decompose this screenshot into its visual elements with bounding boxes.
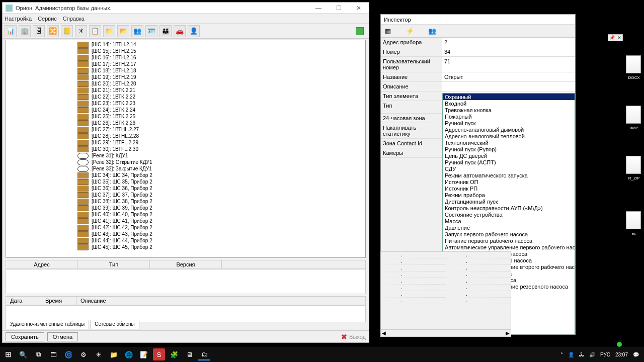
tray-clock[interactable]: 23:07 bbox=[615, 352, 628, 357]
tree-item[interactable]: [ШС 44]: ШС 44, Прибор 2 bbox=[7, 237, 364, 244]
dropdown-option[interactable]: Источник ОП bbox=[443, 178, 575, 185]
tree-item[interactable]: [ШС 16]: 1ВТН.2.16 bbox=[7, 54, 364, 61]
toolbar-btn-13[interactable]: 🚗 bbox=[174, 25, 186, 37]
exit-button[interactable]: ✖ Выход bbox=[341, 333, 366, 341]
dropdown-option[interactable]: Давление bbox=[443, 224, 575, 231]
property-value[interactable] bbox=[442, 82, 575, 92]
toolbar-btn-12[interactable]: 👪 bbox=[159, 25, 172, 37]
dropdown-option[interactable]: Запуск первого рабочего насоса bbox=[443, 231, 575, 237]
log-body[interactable] bbox=[6, 305, 366, 322]
toolbar-btn-4[interactable]: 🔀 bbox=[47, 25, 59, 37]
dropdown-option[interactable]: Дистанционный пуск bbox=[443, 198, 575, 205]
tray-volume-icon[interactable]: 🔊 bbox=[589, 352, 595, 357]
tree-item[interactable]: [ШС 42]: ШС 42, Прибор 2 bbox=[7, 224, 364, 231]
toolbar-btn-14[interactable]: 👤 bbox=[188, 25, 200, 37]
dropdown-option[interactable]: Источник РП bbox=[443, 185, 575, 192]
toolbar-btn-3[interactable]: 🗄 bbox=[33, 25, 45, 37]
toolbar-btn-1[interactable]: 📊 bbox=[5, 25, 17, 37]
tree-item[interactable]: [ШС 25]: 1ВТК.2.25 bbox=[7, 113, 364, 120]
tree-item[interactable]: [ШС 29]: 1ВТFL.2.29 bbox=[7, 139, 364, 146]
dropdown-option[interactable]: Масса bbox=[443, 218, 575, 224]
tree-item[interactable]: [ШС 22]: 1ВТК.2.22 bbox=[7, 94, 364, 100]
dropdown-option[interactable]: Входной bbox=[443, 100, 575, 107]
pin-icon[interactable]: 📌 bbox=[609, 35, 615, 40]
tree-item[interactable]: [ШС 36]: ШС 36, Прибор 2 bbox=[7, 185, 364, 192]
tree-item[interactable]: [ШС 34]: ШС 34, Прибор 2 bbox=[7, 172, 364, 178]
tree-item[interactable]: [ШС 43]: ШС 43, Прибор 2 bbox=[7, 231, 364, 237]
dropdown-option[interactable]: Адресно-аналоговый дымовой bbox=[443, 126, 575, 133]
desktop-file[interactable] bbox=[626, 211, 641, 229]
property-value[interactable]: 34 bbox=[442, 47, 575, 57]
dropdown-option[interactable]: Автоматическое управление первого рабоче… bbox=[443, 244, 575, 250]
tree-item[interactable]: [Реле 32]: Открытие КДУ1 bbox=[7, 159, 364, 165]
taskbar-app[interactable]: 📝 bbox=[138, 348, 150, 360]
taskbar-app[interactable]: 🖥 bbox=[183, 348, 195, 360]
horizontal-scrollbar[interactable]: ◀▶ bbox=[381, 329, 511, 336]
taskbar-app[interactable]: 🌀 bbox=[62, 348, 74, 360]
taskbar-app[interactable]: S bbox=[153, 348, 165, 360]
tree-item[interactable]: [ШС 19]: 1ВТН.2.19 bbox=[7, 74, 364, 80]
start-button[interactable]: ⊞ bbox=[2, 348, 14, 360]
log-col-desc[interactable]: Описание bbox=[76, 297, 365, 305]
tree-item[interactable]: [ШС 40]: ШС 40, Прибор 2 bbox=[7, 211, 364, 218]
toolbar-btn-7[interactable]: 📋 bbox=[89, 25, 101, 37]
tree-item[interactable]: [ШС 14]: 1ВТН.2.14 bbox=[7, 41, 364, 48]
taskbar-app[interactable]: ☀ bbox=[93, 348, 105, 360]
close-icon[interactable]: ✕ bbox=[617, 35, 621, 40]
tree-item[interactable]: [ШС 17]: 1ВТН.2.17 bbox=[7, 61, 364, 67]
tree-item[interactable]: [ШС 20]: 1ВТН.2.20 bbox=[7, 80, 364, 87]
tree-item[interactable]: [ШС 45]: ШС 45, Прибор 2 bbox=[7, 244, 364, 250]
inspector-tab-lightning[interactable]: ⚡ bbox=[405, 26, 415, 36]
tree-item[interactable]: [ШС 30]: 1ВТFL.2.30 bbox=[7, 146, 364, 152]
desktop-file[interactable] bbox=[626, 156, 641, 174]
toolbar-btn-5[interactable]: 📒 bbox=[61, 25, 73, 37]
tree-item[interactable]: [ШС 27]: 1ВТНL.2.27 bbox=[7, 126, 364, 133]
toolbar-btn-6[interactable]: ✳ bbox=[75, 25, 87, 37]
device-tree[interactable]: [ШС 14]: 1ВТН.2.14[ШС 15]: 1ВТН.2.15[ШС … bbox=[6, 40, 366, 258]
dropdown-option[interactable]: Режим прибора bbox=[443, 192, 575, 198]
dropdown-option[interactable]: Технологический bbox=[443, 139, 575, 146]
tab-network[interactable]: Сетевые обмены bbox=[90, 320, 139, 329]
tree-item[interactable]: [ШС 23]: 1ВТК.2.23 bbox=[7, 100, 364, 107]
toolbar-btn-9[interactable]: 📂 bbox=[117, 25, 129, 37]
property-value[interactable]: 71 bbox=[442, 57, 575, 72]
dropdown-option[interactable]: Пожарный bbox=[443, 113, 575, 120]
cancel-button[interactable]: Отмена bbox=[47, 332, 78, 341]
tree-item[interactable]: [Реле 33]: Закрытие КДУ1 bbox=[7, 165, 364, 172]
search-button[interactable]: 🔍 bbox=[17, 348, 29, 360]
dropdown-option[interactable]: Адресно-аналоговый тепловой bbox=[443, 133, 575, 139]
taskbar-app[interactable]: 🌐 bbox=[123, 348, 135, 360]
inspector-titlebar[interactable]: Инспектор bbox=[381, 15, 575, 25]
taskbar-app[interactable]: 📁 bbox=[108, 348, 120, 360]
minimize-button[interactable]: — bbox=[308, 3, 329, 14]
tree-item[interactable]: [ШС 21]: 1ВТК.2.21 bbox=[7, 87, 364, 94]
dropdown-option[interactable]: Ручной пуск (АСПТ) bbox=[443, 159, 575, 165]
tree-item[interactable]: [ШС 28]: 1ВТНL.2.28 bbox=[7, 133, 364, 139]
log-col-time[interactable]: Время bbox=[41, 297, 76, 305]
tree-item[interactable]: [ШС 35]: ШС 35, Прибор 2 bbox=[7, 178, 364, 185]
toolbar-btn-11[interactable]: 🪪 bbox=[145, 25, 157, 37]
tree-item[interactable]: [ШС 26]: 1ВТК.2.26 bbox=[7, 120, 364, 126]
inspector-tab-users[interactable]: 👥 bbox=[427, 26, 437, 36]
tab-changed-tables[interactable]: Удаленно-измененные таблицы bbox=[6, 320, 89, 329]
toolbar-btn-2[interactable]: 🏢 bbox=[19, 25, 31, 37]
tray-language[interactable]: РУС bbox=[600, 352, 610, 357]
property-value[interactable]: 2 bbox=[442, 38, 575, 47]
taskbar-app[interactable]: 🧩 bbox=[168, 348, 180, 360]
maximize-button[interactable]: ☐ bbox=[329, 3, 349, 14]
dropdown-option[interactable]: Питание первого рабочего насоса bbox=[443, 237, 575, 244]
dropdown-option[interactable]: Тревожная кнопка bbox=[443, 107, 575, 113]
log-col-date[interactable]: Дата bbox=[6, 297, 41, 305]
taskbar-app[interactable]: ⚙ bbox=[77, 348, 90, 360]
menu-help[interactable]: Справка bbox=[63, 16, 85, 22]
tree-item[interactable]: [ШС 38]: ШС 38, Прибор 2 bbox=[7, 198, 364, 205]
tree-item[interactable]: [ШС 37]: ШС 37, Прибор 2 bbox=[7, 192, 364, 198]
tray-notifications-icon[interactable]: 💬 bbox=[633, 352, 639, 357]
titlebar[interactable]: Орион. Администратор базы данных. — ☐ ✕ bbox=[3, 3, 369, 14]
menu-service[interactable]: Сервис bbox=[38, 16, 57, 22]
toolbar-btn-10[interactable]: 👥 bbox=[131, 25, 143, 37]
tray-chevron-icon[interactable]: ˄ bbox=[560, 352, 563, 357]
close-button[interactable]: ✕ bbox=[349, 3, 369, 14]
col-type[interactable]: Тип bbox=[78, 260, 150, 268]
dropdown-option[interactable]: Ручной пуск (Рупор) bbox=[443, 146, 575, 152]
